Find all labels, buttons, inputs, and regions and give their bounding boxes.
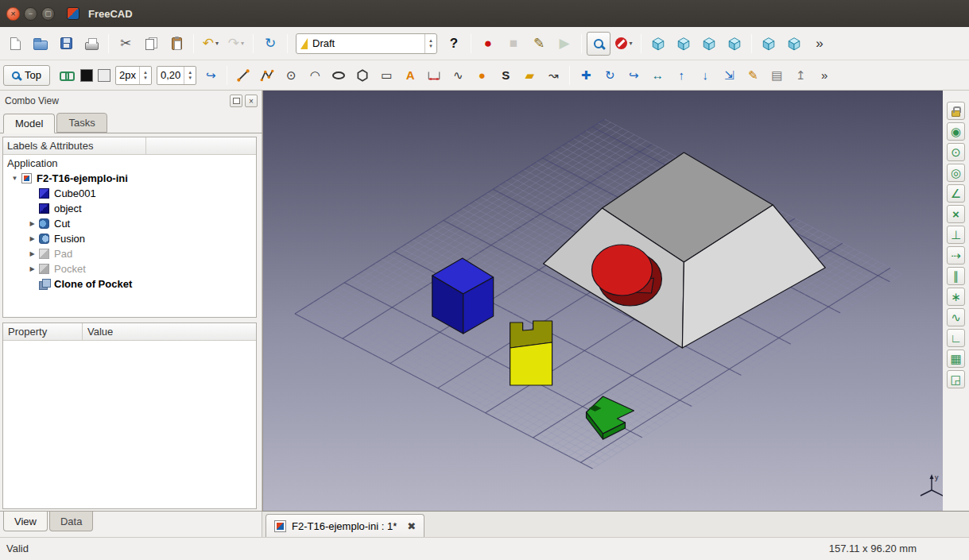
tab-model[interactable]: Model [3,114,55,133]
draft-polygon[interactable] [351,64,374,87]
snap-lock[interactable] [947,102,965,120]
draft-rectangle[interactable]: ▭ [375,64,397,87]
panel-float-button[interactable] [230,95,242,107]
snap-midpoint[interactable]: ⊙ [947,143,965,161]
draft-downgrade[interactable]: ↓ [694,64,716,87]
draft-to-sketch[interactable]: ↥ [789,64,812,87]
draft-rotate[interactable]: ↻ [599,64,621,87]
snap-special[interactable]: ∗ [947,288,965,306]
tree-expand-right-icon[interactable]: ▶ [27,235,37,242]
snap-angle[interactable]: ∠ [947,184,965,203]
working-plane-button[interactable]: Top [3,65,50,86]
redo[interactable]: ↷▾ [224,32,248,56]
view-right[interactable] [723,32,746,56]
snap-parallel[interactable]: ∥ [947,267,965,285]
snap-perpendicular[interactable]: ⊥ [947,226,965,244]
apply-current-style[interactable]: ↪ [200,64,222,87]
tree-expand-right-icon[interactable]: ▶ [27,220,37,227]
macro-record[interactable]: ● [476,32,500,56]
view-rear[interactable] [757,32,781,56]
workbench-spin-buttons[interactable]: ▲ ▼ [424,34,436,53]
document-tab[interactable]: F2-T16-ejemplo-ini : 1* ✖ [266,514,424,537]
window-maximize-button[interactable]: ▢ [41,7,55,21]
text-size-spinner[interactable]: 0,20 ▲ ▼ [157,66,196,85]
face-color-swatch[interactable] [98,69,110,82]
tree-item-cut[interactable]: ▶Cut [3,216,256,231]
draft-bspline[interactable]: ∿ [447,64,469,87]
3d-viewport[interactable]: y x [262,91,943,511]
draft-text[interactable]: A [399,64,421,87]
property-column-header[interactable]: Property [3,323,83,340]
tree-item-fusion[interactable]: ▶Fusion [3,231,256,246]
view-front[interactable] [672,32,696,56]
snap-grid[interactable]: ▦ [947,350,965,368]
toolbar-overflow-draft[interactable]: » [813,64,835,87]
snap-extension[interactable]: ⇢ [947,246,965,265]
macro-edit[interactable]: ✎ [527,32,551,56]
tree-item-clone-of-pocket[interactable]: Clone of Pocket [3,276,256,292]
snap-center[interactable]: ◎ [947,164,965,182]
tab-tasks[interactable]: Tasks [56,113,107,133]
view-bottom[interactable] [782,32,806,56]
snap-endpoint[interactable]: ◉ [947,122,965,141]
paste[interactable] [165,32,188,56]
text-size-spin-buttons[interactable]: ▲ ▼ [184,67,196,84]
draft-ellipse[interactable] [328,64,350,87]
draft-arc[interactable]: ◠ [304,64,326,87]
tree-item-pocket[interactable]: ▶Pocket [3,261,256,276]
line-color-swatch[interactable] [80,69,93,82]
tree-item-cube001[interactable]: Cube001 [3,186,256,201]
tree-expand-down-icon[interactable]: ▼ [10,175,20,182]
draft-move[interactable]: ✚ [575,64,597,87]
draft-facebinder[interactable]: ▰ [518,64,541,87]
tree-root-application[interactable]: Application [3,155,256,171]
tree-expand-right-icon[interactable]: ▶ [27,265,37,272]
draft-scale[interactable]: ⇲ [718,64,740,87]
snap-ortho[interactable]: ∟ [947,329,965,347]
construction-mode-toggle[interactable] [55,64,77,87]
macro-debug[interactable]: ▶ [552,32,576,56]
draft-bezcurve[interactable]: ↝ [542,64,564,87]
draft-dimension[interactable] [423,64,445,87]
value-column-header[interactable]: Value [83,323,256,340]
draft-trimex[interactable]: ↔ [646,64,669,87]
draft-upgrade[interactable]: ↑ [670,64,692,87]
line-width-spin-buttons[interactable]: ▲ ▼ [139,67,151,84]
object-yellow-pad[interactable] [510,321,552,385]
tree-expand-right-icon[interactable]: ▶ [27,250,37,257]
snap-near[interactable]: ∿ [947,308,965,326]
document-close-icon[interactable]: ✖ [407,520,416,532]
new-document[interactable] [3,32,27,56]
refresh[interactable]: ↻ [258,32,282,56]
macro-stop[interactable]: ■ [502,32,525,56]
tree-item-object[interactable]: object [3,201,256,216]
whats-this[interactable]: ? [442,32,466,56]
draw-style[interactable]: ▾ [612,32,636,56]
draft-circle[interactable]: ⊙ [280,64,302,87]
view-isometric[interactable] [646,32,670,56]
open-document[interactable] [29,32,52,56]
draft-shapestring[interactable]: S [494,64,517,87]
draft-offset[interactable]: ↪ [622,64,645,87]
draft-shape2dview[interactable]: ▤ [766,64,788,87]
copy[interactable] [139,32,163,56]
draft-line[interactable] [232,64,254,87]
print-document[interactable] [79,32,103,56]
tab-view[interactable]: View [3,512,48,531]
workbench-selector[interactable]: Draft ▲ ▼ [296,33,437,54]
tab-data[interactable]: Data [49,512,93,531]
window-close-button[interactable]: × [6,7,20,21]
line-width-spinner[interactable]: 2px ▲ ▼ [115,66,152,85]
window-minimize-button[interactable]: − [24,7,37,21]
cut[interactable]: ✂ [114,32,138,56]
undo[interactable]: ↶▾ [199,32,223,56]
save-document[interactable] [54,32,78,56]
draft-polyline[interactable] [256,64,278,87]
tree-item-f2-t16-ejemplo-ini[interactable]: ▼F2-T16-ejemplo-ini [3,171,256,186]
tree-item-pad[interactable]: ▶Pad [3,246,256,261]
toolbar-overflow-main[interactable]: » [808,32,831,56]
box-zoom[interactable] [587,32,610,56]
3d-scene[interactable]: y x [263,91,943,511]
snap-intersection[interactable]: × [947,205,965,223]
view-top[interactable] [697,32,721,56]
